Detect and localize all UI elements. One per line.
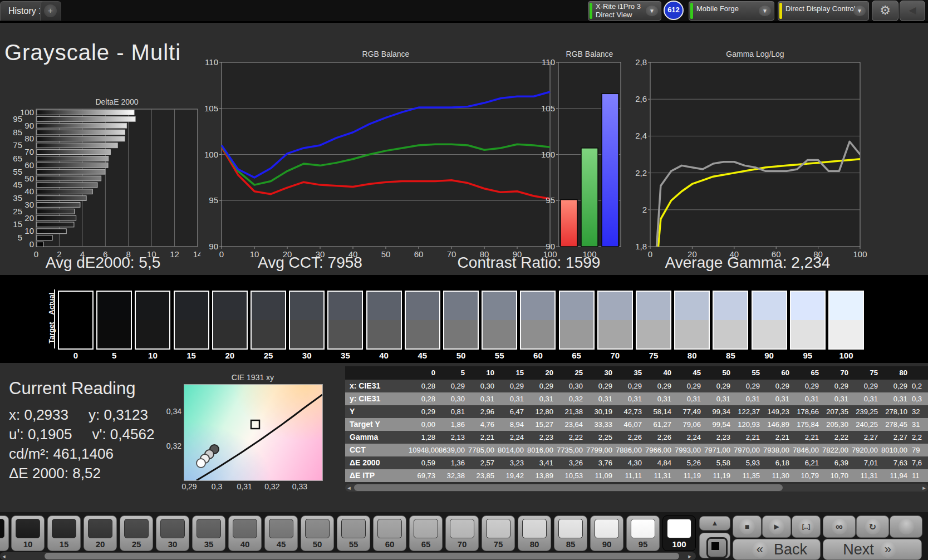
swatch-actual [637, 292, 670, 320]
swatch-actual [59, 292, 92, 320]
patch-window-button[interactable] [699, 533, 730, 558]
cell: 0,29 [615, 380, 645, 392]
cell: 6,39 [822, 456, 851, 469]
play-icon: ▶ [769, 519, 784, 534]
cell: 146,89 [763, 418, 792, 431]
source-dropdown[interactable]: Mobile Forge ▼ [689, 1, 774, 21]
cell: 0,29 [881, 380, 910, 392]
meter-count-badge[interactable]: 612 [664, 1, 684, 20]
row-label: x: CIE31 [345, 380, 409, 392]
infinity-button[interactable]: ∞ [823, 515, 856, 538]
svg-text:10: 10 [24, 226, 34, 235]
step-button[interactable]: [‥] [792, 515, 821, 538]
patch-scrollbar-thumb[interactable] [45, 553, 679, 559]
cie-chart-title: CIE 1931 xy [184, 373, 322, 382]
svg-text:70: 70 [447, 249, 456, 259]
svg-text:110: 110 [205, 57, 218, 67]
patch-button-90[interactable]: 90 [590, 515, 623, 551]
scroll-left-icon[interactable]: ◂ [345, 484, 353, 492]
table-row: Gamma Log/Log1,282,132,212,242,232,222,2… [345, 431, 928, 444]
swatch-0 [58, 291, 94, 350]
cell: 207,35 [822, 405, 851, 418]
cell: 31 [910, 418, 928, 431]
cell: 0,31 [615, 392, 645, 405]
swatch-actual [675, 292, 709, 320]
add-tab-button[interactable]: + [40, 1, 61, 21]
patch-button-30[interactable]: 30 [156, 515, 189, 551]
patch-button-20[interactable]: 20 [84, 515, 117, 551]
scroll-right-icon[interactable]: ▸ [686, 552, 694, 560]
cell: 15,27 [527, 418, 556, 431]
patch-button-40[interactable]: 40 [228, 515, 262, 551]
swatch-actual [791, 292, 824, 320]
cell: 7971,00 [704, 444, 733, 456]
cell: 19,42 [497, 469, 527, 482]
patch-button-50[interactable]: 50 [301, 515, 334, 551]
cell: 11,19 [704, 469, 733, 482]
step-icon: [‥] [798, 519, 814, 534]
cell: 61,27 [645, 418, 674, 431]
gear-icon: ⚙ [880, 3, 891, 17]
refresh-button[interactable]: ↻ [856, 515, 889, 538]
col-header-5: 5 [438, 366, 468, 380]
cell: 0,29 [586, 380, 615, 392]
patch-button-35[interactable]: 35 [192, 515, 225, 551]
svg-text:15: 15 [13, 219, 22, 229]
swatch-75 [636, 291, 671, 350]
display-control-dropdown[interactable]: Direct Display Control ▼ [778, 1, 869, 21]
scroll-right-icon[interactable]: ▸ [920, 484, 928, 492]
patch-button-100[interactable]: 100 [662, 515, 696, 551]
cell: 0,32 [556, 392, 586, 405]
swatch-label: 50 [443, 351, 479, 360]
cell: 7785,00 [468, 444, 497, 456]
cell: 0,29 [409, 405, 438, 418]
table-scrollbar-thumb[interactable] [354, 484, 783, 491]
patch-button-10[interactable]: 10 [11, 515, 45, 551]
stop-icon: ■ [739, 519, 755, 534]
scroll-left-icon[interactable]: ◂ [0, 552, 8, 560]
svg-text:90: 90 [209, 242, 218, 251]
stop-button[interactable]: ■ [733, 515, 762, 538]
reading-dots [197, 445, 219, 468]
patch-button-70[interactable]: 70 [445, 515, 479, 551]
cell: 10,53 [556, 469, 586, 482]
cell: 7846,00 [792, 444, 822, 456]
cell: 2,25 [586, 431, 615, 444]
cell: 12,80 [527, 405, 556, 418]
gamma-log-log-chart: Gamma Log/Log2,82,62,42,221,802040608010… [627, 49, 928, 261]
next-button[interactable]: Next» [823, 539, 922, 560]
swatch-actual [290, 292, 323, 320]
patch-list-up-button[interactable]: ▲ [699, 516, 730, 530]
cell: 0,31 [704, 392, 733, 405]
swatch-40 [366, 291, 402, 350]
cell: 0,28 [409, 392, 438, 405]
patch-button-80[interactable]: 80 [518, 515, 551, 551]
patch-button-85[interactable]: 85 [554, 515, 587, 551]
meter-dropdown[interactable]: X-Rite i1Pro 3Direct View ▼ [588, 1, 661, 21]
patch-strip-scrollbar[interactable]: ◂ ▸ [0, 552, 696, 560]
play-button[interactable]: ▶ [762, 515, 791, 538]
patch-button-95[interactable]: 95 [626, 515, 660, 551]
patch-button-45[interactable]: 45 [264, 515, 298, 551]
col-header-40: 40 [645, 366, 674, 380]
swatch-85 [713, 291, 748, 350]
patch-button-25[interactable]: 25 [120, 515, 153, 551]
patch-window-icon [706, 537, 728, 558]
patch-button-partial[interactable] [0, 515, 9, 551]
cell: 79,06 [674, 418, 704, 431]
record-button[interactable] [890, 515, 922, 538]
patch-button-55[interactable]: 55 [337, 515, 370, 551]
patch-button-60[interactable]: 60 [373, 515, 406, 551]
table-scrollbar[interactable]: ◂ ▸ [345, 484, 928, 492]
cell: 0,28 [409, 380, 438, 392]
patch-button-75[interactable]: 75 [482, 515, 515, 551]
svg-text:100: 100 [541, 150, 555, 159]
collapse-panel-button[interactable]: ◀ [900, 1, 925, 21]
display-control-name: Direct Display Control [785, 4, 856, 13]
patch-button-65[interactable]: 65 [409, 515, 443, 551]
settings-button[interactable]: ⚙ [872, 1, 898, 21]
planckian-locus-line [197, 395, 322, 480]
patch-button-15[interactable]: 15 [47, 515, 81, 551]
svg-text:100: 100 [20, 107, 34, 117]
back-button[interactable]: «Back [733, 539, 821, 560]
